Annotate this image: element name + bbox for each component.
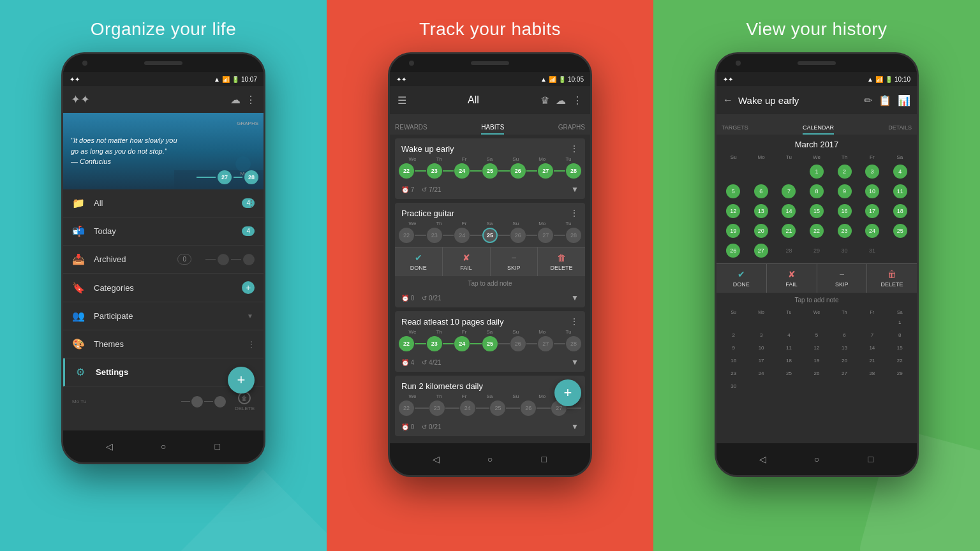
- fail-icon: ✘: [463, 253, 470, 263]
- recents-button-3[interactable]: □: [864, 452, 878, 466]
- p3-delete-icon: 🗑: [887, 269, 896, 279]
- cal-11: 11: [893, 184, 907, 198]
- p3-done-icon: ✔: [738, 269, 745, 279]
- habit-2-more[interactable]: ⋮: [570, 208, 579, 218]
- habit-2-chevron[interactable]: ▼: [571, 293, 579, 302]
- more-icon[interactable]: ⋮: [246, 94, 256, 106]
- p2-fab-add[interactable]: +: [554, 379, 581, 406]
- nav-participate[interactable]: 👥 Participate ▼: [63, 302, 264, 330]
- phone-2-speaker: [471, 61, 509, 65]
- habit-3-days: 22 23 24 25 26 27 28: [395, 336, 585, 355]
- tab-targets[interactable]: TARGETS: [722, 124, 748, 135]
- p2-appbar: ☰ All ♛ ☁ ⋮: [390, 86, 590, 114]
- habit-4-footer: ⏰ 0 ↺ 0/21 ▼: [395, 420, 585, 436]
- status-time-1: 10:07: [241, 76, 257, 83]
- nav-categories[interactable]: 🔖 Categories +: [63, 274, 264, 302]
- home-button-3[interactable]: ○: [810, 452, 824, 466]
- nav-themes[interactable]: 🎨 Themes ⋮: [63, 330, 264, 358]
- back-button-3[interactable]: ◁: [755, 452, 769, 466]
- habit-2-tap-note[interactable]: Tap to add note: [395, 276, 585, 291]
- p1-fab-add[interactable]: +: [228, 367, 255, 393]
- tab-rewards[interactable]: REWARDS: [395, 124, 427, 135]
- nav-categories-plus[interactable]: +: [242, 281, 255, 294]
- home-button-1[interactable]: ○: [156, 439, 170, 453]
- recents-button-1[interactable]: □: [211, 439, 225, 453]
- cal-3: 3: [865, 165, 879, 179]
- tab-calendar[interactable]: CALENDAR: [803, 124, 834, 135]
- habit-1-day-labels: WeThFrSaSuMoTu: [395, 156, 585, 163]
- p3-action-skip[interactable]: − SKIP: [817, 264, 868, 293]
- day-circle-27[interactable]: 27: [538, 163, 553, 179]
- nav-today[interactable]: 📬 Today 4: [63, 217, 264, 246]
- app-logo-3: ✦✦: [723, 76, 733, 83]
- p3-day-headers: Su Mo Tu We Th Fr Sa: [720, 154, 913, 160]
- p3-cal-row-1: 1 2 3 4: [720, 163, 913, 180]
- p2-more-icon[interactable]: ⋮: [572, 94, 583, 107]
- p3-back-icon[interactable]: ←: [723, 94, 733, 106]
- habit-3-footer: ⏰ 4 ↺ 4/21 ▼: [395, 355, 585, 372]
- back-button-2[interactable]: ◁: [429, 452, 443, 466]
- p3-action-done[interactable]: ✔ DONE: [716, 264, 767, 293]
- nav-settings-icon: ⚙: [74, 366, 87, 378]
- graphs-label: GRAPHS: [237, 121, 258, 126]
- p1-app-logo: ✦✦: [71, 92, 90, 107]
- day-circle-24[interactable]: 24: [454, 163, 470, 179]
- day-circle-22[interactable]: 22: [399, 163, 414, 179]
- habit-3-chevron[interactable]: ▼: [571, 358, 579, 367]
- p3-chart-icon[interactable]: 📊: [898, 94, 910, 107]
- delete-icon[interactable]: 🗑: [238, 392, 251, 404]
- fail-label: FAIL: [460, 265, 472, 271]
- p2-tabs: REWARDS HABITS GRAPHS: [390, 114, 590, 135]
- action-done[interactable]: ✔ DONE: [395, 247, 443, 276]
- p3-mini-row-1: 1: [720, 316, 913, 328]
- p3-action-fail[interactable]: ✘ FAIL: [767, 264, 817, 293]
- nav-all[interactable]: 📁 All 4 ⋮: [63, 189, 264, 217]
- habit-4-chevron[interactable]: ▼: [571, 422, 579, 431]
- nav-all-more[interactable]: ⋮: [247, 198, 256, 209]
- recents-button-2[interactable]: □: [537, 452, 551, 466]
- habit-card-1: Wake up early ⋮ WeThFrSaSuMoTu 22 23 24 …: [395, 138, 585, 199]
- cal-25: 25: [893, 224, 907, 238]
- action-skip[interactable]: − SKIP: [491, 247, 538, 276]
- day-circle-25[interactable]: 25: [482, 163, 498, 179]
- p3-edit-icon[interactable]: ✏: [864, 94, 872, 107]
- habit-3-header: Read atleast 10 pages daily ⋮: [395, 311, 585, 329]
- habit-1-stat2: ↺ 7/21: [422, 186, 441, 193]
- cal-10: 10: [865, 184, 879, 198]
- p3-calendar: Su Mo Tu We Th Fr Sa 1 2 3 4: [716, 154, 917, 260]
- back-button-1[interactable]: ◁: [102, 439, 116, 453]
- habit-2-actions: ✔ DONE ✘ FAIL − SKIP 🗑 DELETE: [395, 247, 585, 276]
- action-delete[interactable]: 🗑 DELETE: [538, 247, 585, 276]
- p3-tap-note[interactable]: Tap to add note: [716, 293, 917, 307]
- cal-19: 19: [726, 224, 740, 238]
- p1-header-actions: ☁ ⋮: [230, 94, 256, 106]
- home-button-2[interactable]: ○: [483, 452, 497, 466]
- tab-habits[interactable]: HABITS: [481, 124, 504, 135]
- habit-1-more[interactable]: ⋮: [570, 143, 579, 154]
- phone-3-status: ✦✦ ▲ 📶 🔋 10:10: [716, 72, 917, 86]
- cal-27: 27: [754, 244, 768, 258]
- nav-themes-more[interactable]: ⋮: [247, 339, 256, 349]
- day-circle-23[interactable]: 23: [427, 163, 442, 179]
- cloud-icon[interactable]: ☁: [230, 94, 241, 106]
- cal-7: 7: [782, 184, 796, 198]
- app-logo: ✦✦: [70, 76, 80, 83]
- p3-delete-label: DELETE: [881, 281, 903, 288]
- day-circle-28[interactable]: 28: [566, 163, 581, 179]
- action-fail[interactable]: ✘ FAIL: [443, 247, 491, 276]
- delete-label: DELETE: [235, 406, 255, 411]
- tab-details[interactable]: DETAILS: [888, 124, 912, 135]
- day-circle-26[interactable]: 26: [510, 163, 526, 179]
- p3-note-icon[interactable]: 📋: [879, 94, 891, 107]
- tab-graphs[interactable]: GRAPHS: [558, 124, 585, 135]
- habit-1-days: 22 23 24 25 26 27 28: [395, 163, 585, 182]
- p2-cloud-icon[interactable]: ☁: [556, 94, 566, 107]
- p3-action-delete[interactable]: 🗑 DELETE: [867, 264, 917, 293]
- nav-archived[interactable]: 📥 Archived 0: [63, 246, 264, 274]
- habit-1-chevron[interactable]: ▼: [571, 185, 579, 194]
- habit-3-more[interactable]: ⋮: [570, 316, 579, 327]
- cal-16: 16: [838, 204, 852, 218]
- p2-menu-icon[interactable]: ☰: [397, 94, 406, 107]
- p1-quote-text: "It does not matter how slowly you go as…: [71, 135, 186, 167]
- nav-categories-label: Categories: [94, 283, 233, 293]
